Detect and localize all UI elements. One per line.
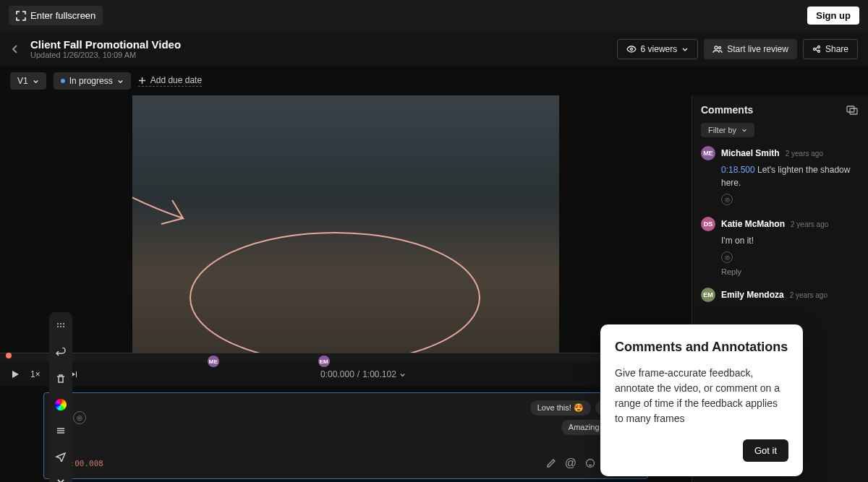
pencil-icon[interactable] bbox=[546, 458, 556, 468]
time-display: 0:00.000 / 1:00.102 bbox=[320, 369, 406, 379]
svg-point-1 bbox=[715, 46, 718, 49]
chevron-down-icon bbox=[33, 78, 39, 85]
comment-item[interactable]: DS Katie McMahon 2 years ago I'm on it! … bbox=[701, 217, 859, 276]
viewers-button[interactable]: 6 viewers bbox=[617, 39, 699, 59]
grid-icon[interactable] bbox=[52, 318, 69, 335]
play-button[interactable] bbox=[10, 369, 20, 379]
fullscreen-label: Enter fullscreen bbox=[30, 10, 95, 21]
people-icon bbox=[712, 44, 723, 54]
reaction-chip[interactable]: Love this! 😍 bbox=[530, 400, 591, 416]
svg-point-8 bbox=[63, 323, 64, 324]
svg-point-2 bbox=[719, 46, 721, 48]
share-icon bbox=[812, 45, 821, 53]
chevron-down-icon bbox=[681, 46, 689, 53]
comment-time: 2 years ago bbox=[791, 220, 828, 228]
svg-point-4 bbox=[817, 46, 820, 48]
svg-point-0 bbox=[630, 48, 632, 50]
svg-point-13 bbox=[586, 460, 594, 468]
share-label: Share bbox=[825, 44, 848, 54]
version-chip[interactable]: V1 bbox=[10, 72, 46, 90]
popover-title: Comments and Annotations bbox=[615, 339, 788, 356]
svg-point-6 bbox=[57, 323, 59, 324]
reply-button[interactable]: Reply bbox=[721, 267, 859, 276]
avatar: ME bbox=[701, 146, 715, 160]
comments-heading: Comments bbox=[701, 104, 753, 116]
avatar: DS bbox=[701, 217, 715, 231]
annotation-toolbar bbox=[49, 312, 72, 482]
speed-label[interactable]: 1× bbox=[30, 369, 41, 379]
viewers-label: 6 viewers bbox=[641, 44, 678, 54]
version-label: V1 bbox=[17, 76, 28, 86]
status-label: In progress bbox=[69, 76, 113, 86]
timeline-marker[interactable]: ME bbox=[208, 356, 219, 367]
annotation-badge-icon[interactable]: ◎ bbox=[721, 194, 733, 205]
svg-rect-14 bbox=[847, 106, 854, 112]
status-dot-icon bbox=[61, 79, 65, 83]
fullscreen-icon bbox=[16, 11, 26, 21]
comment-item[interactable]: EM Emily Mendoza 2 years ago bbox=[701, 288, 859, 302]
svg-point-10 bbox=[60, 326, 61, 327]
filter-button[interactable]: Filter by bbox=[701, 123, 754, 137]
annotation-drawing-icon bbox=[132, 95, 559, 353]
updated-timestamp: Updated 1/26/2023, 10:09 AM bbox=[30, 51, 181, 59]
playhead-icon[interactable] bbox=[6, 353, 12, 358]
enter-fullscreen-button[interactable]: Enter fullscreen bbox=[9, 6, 103, 25]
target-icon[interactable]: ◎ bbox=[73, 411, 86, 424]
popover-body: Give frame-accurate feedback, annotate t… bbox=[615, 366, 788, 426]
comment-time: 2 years ago bbox=[786, 150, 823, 158]
timeline-marker[interactable]: EM bbox=[318, 356, 330, 367]
undo-icon[interactable] bbox=[52, 344, 69, 361]
filter-label: Filter by bbox=[708, 126, 736, 134]
color-picker-icon[interactable] bbox=[52, 396, 69, 413]
back-arrow-icon[interactable] bbox=[10, 44, 20, 54]
comments-settings-icon[interactable] bbox=[846, 105, 859, 115]
comment-timestamp[interactable]: 0:18.500 bbox=[721, 165, 755, 175]
chevron-down-icon bbox=[399, 371, 406, 378]
svg-point-11 bbox=[63, 326, 64, 327]
send-icon[interactable] bbox=[52, 448, 69, 465]
comment-author: Michael Smith bbox=[721, 148, 780, 158]
comment-text: I'm on it! bbox=[721, 234, 859, 247]
svg-point-12 bbox=[190, 233, 480, 353]
comment-author: Katie McMahon bbox=[721, 219, 785, 229]
svg-point-7 bbox=[60, 323, 61, 324]
trash-icon[interactable] bbox=[52, 370, 69, 387]
current-time: 0:00.000 bbox=[320, 369, 354, 379]
page-title: Client Fall Promotional Video bbox=[30, 38, 181, 51]
mention-icon[interactable]: @ bbox=[565, 457, 576, 470]
close-icon[interactable] bbox=[52, 474, 69, 482]
timeline[interactable]: ME EM bbox=[0, 353, 692, 362]
eye-icon bbox=[626, 44, 637, 54]
signup-button[interactable]: Sign up bbox=[807, 7, 859, 25]
comment-author: Emily Mendoza bbox=[721, 290, 784, 300]
onboarding-popover: Comments and Annotations Give frame-accu… bbox=[600, 324, 803, 476]
add-date-label: Add due date bbox=[150, 75, 202, 85]
add-due-date-button[interactable]: Add due date bbox=[138, 75, 202, 87]
start-live-review-button[interactable]: Start live review bbox=[704, 39, 797, 59]
emoji-icon[interactable] bbox=[585, 458, 595, 468]
video-preview[interactable] bbox=[132, 95, 559, 353]
comment-time: 2 years ago bbox=[790, 291, 827, 299]
plus-icon bbox=[138, 77, 146, 85]
chevron-down-icon bbox=[741, 127, 747, 133]
lines-icon[interactable] bbox=[52, 422, 69, 439]
comment-item[interactable]: ME Michael Smith 2 years ago 0:18.500 Le… bbox=[701, 146, 859, 205]
got-it-button[interactable]: Got it bbox=[743, 439, 788, 462]
avatar: EM bbox=[701, 288, 715, 302]
share-button[interactable]: Share bbox=[803, 39, 858, 59]
svg-rect-15 bbox=[850, 108, 857, 114]
svg-point-9 bbox=[57, 326, 59, 327]
status-chip[interactable]: In progress bbox=[54, 72, 131, 90]
live-review-label: Start live review bbox=[727, 44, 788, 54]
chevron-down-icon bbox=[117, 78, 124, 85]
svg-point-5 bbox=[817, 50, 820, 52]
total-time: 1:00.102 bbox=[362, 369, 396, 379]
annotation-badge-icon[interactable]: ◎ bbox=[721, 251, 733, 263]
svg-point-3 bbox=[813, 48, 815, 50]
comment-input-box[interactable]: ◎ Love this! 😍 Nice! 🚀 Amazing work! 🔥 0… bbox=[43, 392, 648, 479]
